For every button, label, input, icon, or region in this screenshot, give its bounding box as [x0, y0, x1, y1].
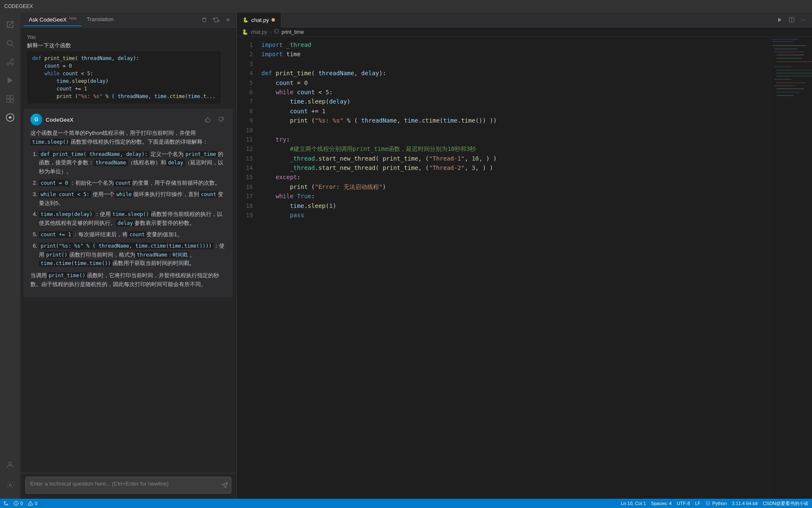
python-file-icon: 🐍 [243, 17, 249, 23]
file-encoding[interactable]: UTF-8 [677, 501, 690, 506]
svg-point-46 [7, 504, 8, 505]
svg-point-4 [11, 63, 14, 65]
thumbs-up-button[interactable] [203, 115, 213, 125]
sidebar-actions [199, 15, 233, 25]
code-line-1: import _thread [261, 40, 770, 49]
more-actions-button[interactable] [798, 15, 809, 25]
errors-indicator[interactable]: 0 [14, 501, 23, 506]
activity-bar-bottom [2, 456, 19, 495]
svg-point-45 [4, 502, 5, 503]
python-indicator[interactable]: Python [705, 501, 727, 506]
breadcrumb-symbol: print_time [282, 29, 304, 35]
svg-point-0 [7, 40, 12, 45]
svg-marker-19 [778, 18, 782, 22]
csdn-credit[interactable]: CSDN@爱看书的小诶 [763, 500, 809, 507]
svg-rect-28 [772, 41, 793, 42]
activity-icon-run[interactable] [2, 72, 19, 89]
ai-list-item-5: count += 1：每次循环结束后，将count变量的值加1。 [39, 230, 226, 239]
chat-content: You 解释一下这个函数 def print_time( threadName,… [20, 27, 236, 473]
user-message: You 解释一下这个函数 def print_time( threadName,… [20, 31, 236, 107]
send-icon[interactable] [221, 482, 228, 490]
split-editor-button[interactable] [787, 15, 797, 25]
svg-point-2 [7, 63, 9, 65]
activity-icon-codegeex[interactable] [2, 109, 19, 126]
delete-button[interactable] [199, 15, 209, 25]
svg-rect-40 [776, 82, 806, 83]
ai-message-header: G CodeGeeX [30, 114, 226, 126]
code-line-13: _thread.start_new_thread( print_time, ("… [261, 154, 770, 163]
code-line-6: while count < 5: [261, 87, 770, 97]
svg-line-1 [12, 45, 14, 47]
ai-message: G CodeGeeX 这个函数是一个简单的Python线程示例 [24, 109, 233, 298]
warnings-indicator[interactable]: 0 [28, 501, 37, 506]
svg-point-25 [274, 29, 279, 33]
code-line-12: #建立两个线程分别调用print_time函数，延迟时间分别为10秒和3秒 [261, 144, 770, 153]
ln-8: 8 [237, 107, 253, 116]
svg-point-53 [30, 504, 31, 505]
svg-point-3 [11, 59, 14, 61]
ln-2: 2 [237, 49, 253, 59]
activity-bar [0, 13, 20, 499]
code-line-11: try: [261, 135, 770, 144]
svg-point-23 [803, 19, 804, 20]
code-line-16: print ("Error: 无法启动线程") [261, 182, 770, 191]
svg-rect-29 [772, 45, 806, 46]
user-code-block: def print_time( threadName, delay): coun… [27, 51, 221, 104]
ln-15: 15 [237, 172, 253, 182]
add-chat-button[interactable] [223, 15, 233, 25]
code-line-15: except: [261, 172, 770, 182]
svg-rect-27 [772, 39, 798, 40]
svg-rect-41 [774, 85, 796, 86]
editor-tabs: 🐍 chat.py [237, 13, 812, 27]
activity-icon-scm[interactable] [2, 53, 19, 70]
thumbs-down-button[interactable] [216, 115, 226, 125]
activity-icon-search[interactable] [2, 35, 19, 52]
ai-summary-paragraph: 当调用print_time()函数时，它将打印当前时间，并暂停线程执行指定的秒数… [30, 271, 226, 289]
chat-input[interactable] [25, 477, 231, 494]
ln-5: 5 [237, 78, 253, 87]
chat-input-area [20, 473, 236, 499]
app-title: CODEGEEX [4, 3, 33, 9]
python-version[interactable]: 3.11.4 64-bit [732, 501, 758, 506]
editor-tab-chat-py[interactable]: 🐍 chat.py [237, 13, 281, 27]
activity-icon-accounts[interactable] [2, 456, 19, 473]
svg-rect-39 [774, 79, 791, 80]
activity-icon-settings[interactable] [2, 477, 19, 494]
svg-rect-8 [7, 96, 10, 99]
ln-10: 10 [237, 126, 253, 135]
user-question-text: 解释一下这个函数 [27, 42, 221, 49]
cursor-position[interactable]: Ln 10, Col 1 [621, 501, 646, 506]
ln-3: 3 [237, 59, 253, 68]
ai-avatar: G [30, 114, 42, 126]
warning-count: 0 [35, 501, 37, 506]
tab-ask-codegeex[interactable]: Ask CodeGeeX beta [24, 14, 82, 26]
version-text: 3.11.4 64-bit [732, 501, 758, 506]
code-editor: 1 2 3 4 5 6 7 8 9 10 11 12 13 14 15 16 1 [237, 37, 770, 499]
indentation[interactable]: Spaces: 4 [651, 501, 672, 506]
svg-rect-35 [774, 66, 791, 67]
activity-icon-extensions[interactable] [2, 90, 19, 107]
ln-11: 11 [237, 135, 253, 144]
git-branch-indicator[interactable] [3, 501, 8, 506]
tab-translation-label: Translation [87, 16, 114, 22]
breadcrumb: 🐍 chat.py › f print_time [237, 27, 812, 37]
code-line-3 [261, 59, 770, 68]
run-file-button[interactable] [775, 15, 785, 25]
ln-14: 14 [237, 163, 253, 172]
sidebar-tabs: Ask CodeGeeX beta Translation [24, 14, 199, 26]
activity-icon-explorer[interactable] [2, 16, 19, 33]
refresh-button[interactable] [211, 15, 221, 25]
input-wrapper [25, 477, 231, 495]
sidebar-header: Ask CodeGeeX beta Translation [20, 13, 236, 27]
code-line-17: while True: [261, 191, 770, 201]
ai-name: CodeGeeX [46, 117, 74, 123]
tab-translation[interactable]: Translation [82, 14, 119, 26]
unsaved-indicator [272, 18, 275, 22]
svg-rect-38 [776, 76, 812, 76]
minimap [770, 37, 812, 499]
status-bar-left: 0 0 [3, 501, 37, 506]
ln-18: 18 [237, 201, 253, 210]
line-ending[interactable]: LF [695, 501, 700, 506]
svg-rect-9 [11, 96, 14, 99]
encoding-text: UTF-8 [677, 501, 690, 506]
